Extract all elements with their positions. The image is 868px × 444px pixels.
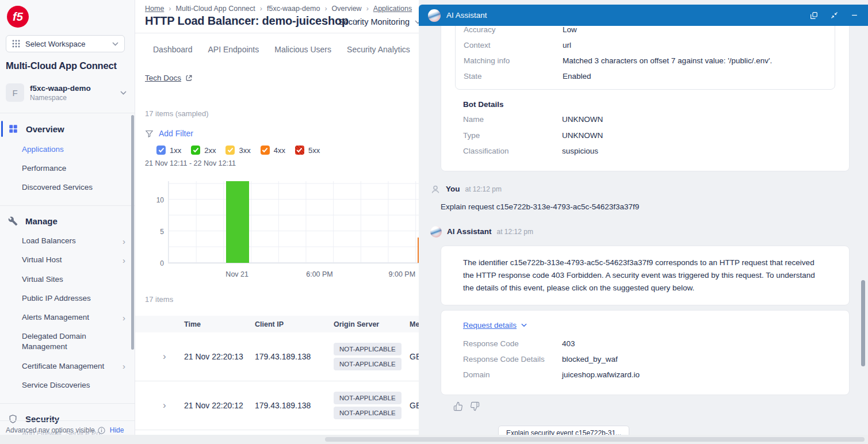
detail-value: UNKNOWN: [562, 131, 603, 141]
col-time: Time: [184, 320, 255, 328]
breadcrumb: Home›Multi-Cloud App Connect›f5xc-waap-d…: [145, 5, 412, 13]
tab-api-endpoints[interactable]: API Endpoints: [208, 45, 259, 54]
copy-icon[interactable]: [809, 11, 819, 20]
breadcrumb-separator: ›: [260, 5, 262, 13]
user-message-timestamp: at 12:12 pm: [465, 185, 502, 193]
ai-assistant-header[interactable]: AI Assistant: [419, 5, 868, 26]
workspace-selector[interactable]: Select Workspace: [6, 35, 125, 52]
detail-value: url: [563, 40, 571, 51]
status-filter-2xx[interactable]: 2xx: [191, 146, 216, 155]
tech-docs-link[interactable]: Tech Docs: [145, 74, 193, 82]
nav-item-label: Virtual Host: [22, 255, 62, 265]
status-filter-1xx[interactable]: 1xx: [156, 146, 181, 155]
nav-item-label: Discovered Services: [22, 182, 93, 193]
sidebar-item-manage[interactable]: Manage: [0, 210, 135, 232]
detail-row-state: StateEnabled: [464, 69, 827, 85]
ai-assistant-avatar: [430, 226, 442, 238]
chevron-down-icon: [112, 42, 118, 46]
tab-malicious-users[interactable]: Malicious Users: [274, 45, 331, 54]
status-filter-label: 4xx: [274, 146, 285, 155]
horizontal-scrollbar-thumb[interactable]: [325, 437, 865, 442]
checkbox-2xx[interactable]: [191, 146, 200, 155]
breadcrumb-separator: ›: [366, 5, 369, 13]
detail-row-type: TypeUNKNOWN: [463, 128, 827, 143]
user-message-author: You: [446, 185, 460, 193]
breadcrumb-item-f5xc-waap-demo[interactable]: f5xc-waap-demo: [267, 5, 320, 13]
status-filter-label: 5xx: [308, 146, 320, 155]
breadcrumb-item-applications[interactable]: Applications: [373, 5, 412, 13]
breadcrumb-item-home[interactable]: Home: [145, 5, 164, 13]
detail-label: State: [464, 71, 563, 82]
sidebar-item-service-discoveries[interactable]: Service Discoveries: [0, 376, 135, 395]
bot-details-section: Bot Details NameUNKNOWNTypeUNKNOWNClassi…: [455, 90, 835, 167]
nav-item-label: Certificate Management: [22, 361, 104, 372]
expand-row-icon[interactable]: ›: [135, 351, 184, 362]
minimize-icon[interactable]: [850, 11, 859, 20]
x-axis-tick: 9:00 PM: [389, 270, 416, 278]
user-avatar: [430, 184, 441, 194]
nav-item-label: Virtual Sites: [22, 274, 63, 285]
detail-row-classification: Classificationsuspicious: [463, 143, 827, 159]
sidebar-item-alerts-management[interactable]: Alerts Management›: [0, 308, 135, 327]
tab-security-analytics[interactable]: Security Analytics: [347, 45, 410, 54]
thumbs-up-icon[interactable]: [453, 401, 463, 411]
status-filter-5xx[interactable]: 5xx: [295, 146, 320, 155]
sidebar-item-virtual-sites[interactable]: Virtual Sites: [0, 270, 135, 289]
collapse-icon[interactable]: [830, 11, 839, 20]
status-filter-3xx[interactable]: 3xx: [225, 146, 250, 155]
expand-row-icon[interactable]: ›: [135, 400, 184, 411]
event-details-card: AccuracyLowContexturlMatching infoMatche…: [441, 26, 850, 171]
bot-details-heading: Bot Details: [463, 100, 827, 109]
ai-assistant-body: AccuracyLowContexturlMatching infoMatche…: [419, 26, 868, 444]
sidebar-item-public-ip-addresses[interactable]: Public IP Addresses: [0, 289, 135, 308]
namespace-selector[interactable]: F f5xc-waap-demo Namespace: [6, 83, 127, 102]
advanced-nav-text: Advanced nav options visible: [6, 426, 95, 434]
checkbox-5xx[interactable]: [295, 146, 304, 155]
chevron-down-icon: [521, 323, 527, 327]
sidebar-item-overview[interactable]: Overview: [0, 118, 135, 140]
hide-advanced-nav-link[interactable]: Hide: [110, 426, 124, 434]
f5-logo[interactable]: f5: [7, 6, 29, 28]
sidebar-item-applications[interactable]: Applications: [0, 140, 135, 159]
origin-server-badge: NOT-APPLICABLE: [334, 407, 402, 419]
checkbox-1xx[interactable]: [156, 146, 166, 155]
nav-item-label: Performance: [22, 163, 66, 174]
detail-label: Name: [463, 114, 562, 125]
add-filter-button[interactable]: Add Filter: [145, 129, 193, 138]
checkbox-3xx[interactable]: [225, 146, 235, 155]
sidebar-item-load-balancers[interactable]: Load Balancers›: [0, 232, 135, 251]
y-axis-tick: 5: [150, 228, 164, 236]
chevron-right-icon: ›: [123, 313, 125, 322]
nav-item-label: Load Balancers: [22, 236, 76, 246]
status-filter-4xx[interactable]: 4xx: [261, 146, 285, 155]
detail-value: suspicious: [562, 146, 598, 156]
breadcrumb-item-overview[interactable]: Overview: [332, 5, 362, 13]
request-details-link[interactable]: Request details: [463, 321, 527, 330]
tab-dashboard[interactable]: Dashboard: [153, 45, 193, 54]
nav-section-manage: ManageLoad Balancers›Virtual Host›Virtua…: [0, 205, 135, 403]
ai-panel-scrollbar[interactable]: [861, 280, 865, 366]
add-filter-label: Add Filter: [159, 129, 193, 138]
cell-client-ip: 179.43.189.138: [255, 401, 334, 410]
sidebar-item-performance[interactable]: Performance: [0, 159, 135, 178]
sidebar-item-discovered-services[interactable]: Discovered Services: [0, 178, 135, 197]
cell-time: 21 Nov 22:20:12: [184, 401, 255, 410]
sidebar-item-certificate-management[interactable]: Certificate Management›: [0, 357, 135, 376]
view-selector[interactable]: Security Monitoring: [338, 17, 421, 26]
info-icon: [98, 427, 105, 434]
sidebar-item-delegated-domain-management[interactable]: Delegated Domain Management: [0, 327, 135, 357]
nav-item-label: Alerts Management: [22, 312, 89, 323]
breadcrumb-item-multi-cloud-app-connect[interactable]: Multi-Cloud App Connect: [176, 5, 255, 13]
thumbs-down-icon[interactable]: [470, 401, 480, 411]
namespace-avatar: F: [6, 83, 24, 102]
x-axis-tick: Nov 21: [225, 270, 248, 278]
ai-assistant-panel: AI Assistant AccuracyLowContexturlMatchi…: [419, 0, 868, 444]
external-link-icon: [185, 74, 193, 82]
detail-row-context: Contexturl: [464, 37, 827, 53]
chart-bar-2xx[interactable]: [226, 181, 249, 263]
checkbox-4xx[interactable]: [261, 146, 270, 155]
sidebar-scrollbar[interactable]: [131, 115, 134, 350]
sidebar-item-virtual-host[interactable]: Virtual Host›: [0, 251, 135, 270]
signature-details-box: AccuracyLowContexturlMatching infoMatche…: [455, 26, 835, 90]
nav-item-label: Service Discoveries: [22, 380, 90, 391]
